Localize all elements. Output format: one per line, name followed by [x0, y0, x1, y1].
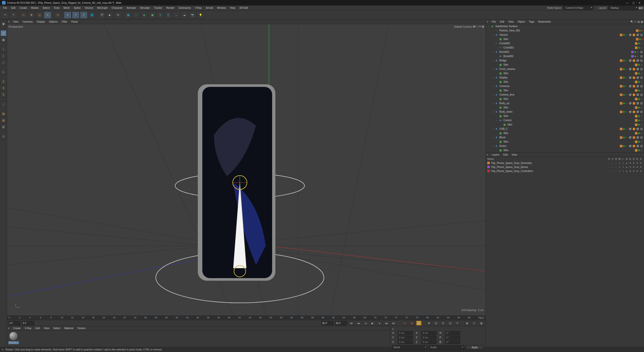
menu-create[interactable]: Create — [17, 6, 29, 10]
autokey[interactable]: ◉ — [409, 321, 415, 326]
playback-c[interactable]: ▥ — [478, 321, 484, 326]
om-view-a[interactable]: ▤ — [637, 20, 640, 23]
menu-modes[interactable]: Modes — [29, 6, 41, 10]
layer-flag[interactable]: ▪ — [621, 162, 625, 164]
select-tool[interactable]: ⬡ — [20, 12, 27, 19]
layer-name[interactable]: Flip_Phone_Space_Gray_Geometry — [491, 162, 607, 164]
record[interactable]: ● — [402, 321, 408, 326]
object-name[interactable]: USB_C — [498, 127, 620, 130]
layer-flag[interactable]: ◦ — [611, 162, 614, 164]
om-search-icon[interactable]: 🔍 — [630, 20, 633, 23]
key-opts[interactable]: ⠿ — [454, 321, 460, 326]
layer-flag[interactable]: ▸ — [625, 170, 628, 172]
layer-flag[interactable]: ◦ — [607, 166, 611, 168]
vp-menu-filter[interactable]: Filter — [60, 20, 69, 24]
object-name[interactable]: Circle001 — [502, 46, 635, 49]
menu-render[interactable]: Render — [164, 6, 177, 10]
layer-flag[interactable]: ✦ — [632, 170, 635, 172]
layers-list[interactable]: Flip_Phone_Space_Gray_Geometry ◦◦◦ ▪▪ ▸ … — [486, 161, 644, 173]
layer-flag[interactable]: ▸ — [625, 166, 628, 168]
om-menu-tags[interactable]: Tags — [527, 20, 536, 24]
menu-edit[interactable]: Edit — [9, 6, 17, 10]
om-menu-edit[interactable]: Edit — [498, 20, 506, 24]
redo-button[interactable]: ↷ — [10, 12, 17, 19]
object-name[interactable]: Skin — [502, 80, 635, 83]
object-name[interactable]: Action — [498, 145, 620, 147]
make-editable[interactable]: ▣ — [1, 21, 7, 27]
layer-flag[interactable]: ✦ — [635, 162, 639, 164]
twist-icon[interactable]: - — [491, 145, 494, 147]
vp-menu-view[interactable]: View — [11, 20, 21, 24]
coord-scale-dropdown[interactable]: Scale — [429, 345, 465, 349]
menu-simulate[interactable]: Simulate — [138, 6, 152, 10]
object-row[interactable]: ▦ Skin ✓ — [486, 97, 644, 101]
soft-sel2[interactable]: ▧ — [1, 117, 7, 123]
object-row[interactable]: - ⋔ Control ✓ — [486, 118, 644, 122]
object-row[interactable]: - ⋔ Block ✓ — [486, 135, 644, 140]
object-name[interactable]: Camera_lens — [498, 93, 620, 96]
layer-flag[interactable]: ✦ — [628, 162, 632, 164]
mat-menu-select[interactable]: Select — [51, 326, 62, 330]
object-row[interactable]: - ⋔ Body_up ✓ — [486, 101, 644, 105]
layer-flag[interactable]: ▪ — [618, 170, 621, 172]
object-row[interactable]: ▦ Skin ✓ — [486, 80, 644, 84]
vp-menu-cameras[interactable]: Cameras — [20, 20, 35, 24]
undo-button[interactable]: ↶ — [2, 12, 9, 19]
layer-flag[interactable]: ▪ — [618, 162, 621, 164]
om-filter-icon[interactable]: ▽ — [634, 20, 636, 23]
layer-flag[interactable]: ✦ — [628, 166, 632, 168]
object-name[interactable]: Cameras — [498, 85, 620, 87]
texture-mode[interactable]: ▦ — [1, 37, 7, 43]
add-spline[interactable]: 〰 — [132, 12, 140, 19]
material-chip[interactable]: iPhone_s — [8, 332, 19, 346]
playback-b[interactable]: ▯ — [471, 321, 477, 326]
render-pv[interactable]: ▶ — [106, 12, 114, 19]
material-manager[interactable]: iPhone_s — [7, 331, 390, 347]
menu-spline[interactable]: Spline — [72, 6, 83, 10]
object-name[interactable]: Bone002 — [502, 55, 631, 58]
twist-icon[interactable]: - — [491, 110, 494, 113]
maximize-button[interactable]: ▢ — [631, 1, 636, 5]
layers-menu-icon[interactable]: ≡ — [487, 153, 490, 156]
key-rot[interactable]: ⟳ — [440, 321, 446, 326]
object-name[interactable]: Bone001 — [498, 51, 631, 53]
layer-row[interactable]: Flip_Phone_Space_Gray_Geometry ◦◦◦ ▪▪ ▸ … — [486, 161, 644, 165]
menu-select[interactable]: Select — [41, 6, 52, 10]
key-pos[interactable]: ✥ — [426, 321, 432, 326]
object-row[interactable]: 〰 Circle002 ✓ — [486, 41, 644, 46]
twist-icon[interactable]: - — [491, 76, 494, 79]
mat-menu-texture[interactable]: Texture — [75, 326, 88, 330]
add-cube[interactable]: ▦ — [124, 12, 132, 19]
mat-menu-create[interactable]: Create — [11, 326, 23, 330]
menu-mograph[interactable]: MoGraph — [95, 6, 110, 10]
menu-tracker[interactable]: Tracker — [152, 6, 164, 10]
coord-sy[interactable]: 0 cm — [421, 336, 436, 339]
close-button[interactable]: ✕ — [637, 1, 642, 5]
axis-z-toggle[interactable]: Z — [80, 12, 88, 19]
point-mode[interactable]: • — [1, 46, 7, 52]
object-name[interactable]: Skin — [502, 140, 635, 143]
layer-flag[interactable]: ✦ — [639, 166, 642, 168]
twist-icon[interactable]: - — [491, 127, 494, 130]
object-name[interactable]: Front_camera — [498, 68, 620, 70]
next-key[interactable]: ▸▸ — [384, 321, 389, 326]
object-name[interactable]: Skin — [502, 89, 635, 92]
timeline-current-field[interactable]: 0 F — [22, 321, 34, 325]
mat-menu-edit[interactable]: Edit — [33, 326, 42, 330]
object-name[interactable]: Particle_View_001 — [498, 29, 636, 32]
poly-mode[interactable]: ▱ — [1, 59, 7, 65]
mat-menu-v-ray[interactable]: V-Ray — [23, 326, 33, 330]
object-name[interactable]: Skin — [502, 115, 635, 117]
go-end[interactable]: ⏭ — [391, 321, 396, 326]
object-name[interactable]: Bridge — [498, 59, 620, 62]
nodespace-dropdown[interactable]: Current (V-Ray) — [563, 6, 593, 10]
snap-c[interactable]: S — [1, 92, 7, 98]
object-name[interactable]: Skin — [502, 106, 635, 109]
object-row[interactable]: ▦ Skin ✓ — [486, 114, 644, 118]
om-menu-file[interactable]: File — [490, 20, 498, 24]
prev-key[interactable]: ◂◂ — [356, 321, 361, 326]
object-row[interactable]: ▦ Skin ✓ — [486, 71, 644, 75]
tweak[interactable]: ⊙ — [1, 133, 7, 139]
object-row[interactable]: - ⋔ Volume ✓ — [486, 33, 644, 37]
object-row[interactable]: - ◈ Subdivision Surface ✓ — [486, 24, 644, 28]
